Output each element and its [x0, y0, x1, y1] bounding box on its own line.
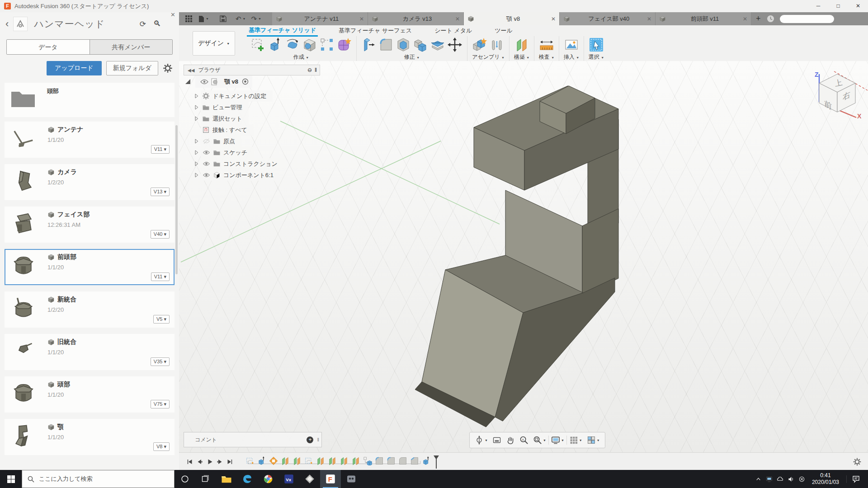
file-menu-icon[interactable]: ▼: [198, 15, 209, 23]
fillet-icon[interactable]: [377, 37, 395, 53]
version-badge[interactable]: V75 ▾: [151, 400, 170, 408]
pattern-icon[interactable]: [318, 37, 335, 53]
refresh-icon[interactable]: ⟳: [140, 19, 146, 29]
browser-row[interactable]: スケッチ: [184, 147, 320, 158]
select-icon[interactable]: [588, 37, 605, 53]
data-panel-tab-1[interactable]: 共有メンバー: [90, 40, 173, 54]
new-folder-button[interactable]: 新規フォルダ: [106, 61, 158, 75]
timeline-plane-icon[interactable]: [350, 455, 362, 466]
browser-root-row[interactable]: 顎 v8: [184, 75, 320, 88]
construction-plane-icon[interactable]: [513, 37, 530, 53]
orbit-tool-icon[interactable]: ▼: [472, 432, 490, 448]
insert-canvas-icon[interactable]: [563, 37, 580, 53]
move-icon[interactable]: [446, 37, 463, 53]
browser-row[interactable]: コンポーネント6:1: [184, 169, 320, 181]
timeline-decal-icon[interactable]: [268, 455, 279, 466]
timeline-sketch-icon[interactable]: [244, 455, 256, 466]
expand-arrow-icon[interactable]: [192, 116, 201, 122]
panel-close-icon[interactable]: ✕: [170, 11, 175, 18]
create-sketch-icon[interactable]: [250, 37, 267, 53]
eye-icon[interactable]: [199, 79, 210, 84]
profile-pill[interactable]: [780, 15, 834, 23]
combine-icon[interactable]: [412, 37, 429, 53]
browser-row[interactable]: ドキュメントの設定: [184, 90, 320, 102]
taskbar-app-fusion[interactable]: F: [320, 470, 341, 488]
expand-arrow-icon[interactable]: [192, 172, 201, 178]
comment-bar[interactable]: コメント + ‖: [184, 432, 322, 447]
search-icon[interactable]: 🔍︎: [153, 19, 161, 28]
browser-row[interactable]: 選択セット: [184, 113, 320, 124]
timeline-extrude-icon[interactable]: [420, 455, 432, 466]
form-icon[interactable]: [335, 37, 353, 53]
ribbon-tab-3[interactable]: ツール: [493, 26, 514, 36]
panel-settings-gear-icon[interactable]: [163, 63, 173, 73]
version-badge[interactable]: V40 ▾: [151, 230, 170, 239]
design-item-card[interactable]: 顎1/1/20V8 ▾: [5, 419, 175, 455]
folder-card[interactable]: 頭部: [5, 83, 175, 117]
save-icon[interactable]: [220, 15, 226, 22]
lookat-tool-icon[interactable]: [490, 432, 504, 448]
play-icon[interactable]: [206, 458, 213, 465]
workspace-selector[interactable]: デザイン▼: [193, 31, 235, 56]
extrude-icon[interactable]: [267, 37, 284, 53]
job-status-gear-icon[interactable]: [853, 457, 862, 466]
ribbon-group-label[interactable]: 挿入 ▼: [564, 53, 579, 61]
design-item-card[interactable]: 頭部1/1/20V75 ▾: [5, 376, 175, 413]
design-item-card[interactable]: カメラ1/2/20V13 ▾: [5, 164, 175, 200]
tab-close-icon[interactable]: ✕: [647, 16, 651, 22]
taskbar-app-explorer[interactable]: [216, 470, 237, 488]
upload-button[interactable]: アップロード: [47, 61, 102, 75]
panel-scrollbar[interactable]: [175, 125, 178, 274]
step-forward-icon[interactable]: [216, 458, 223, 465]
timeline-fillet-icon[interactable]: [373, 455, 385, 466]
ribbon-tab-1[interactable]: 基準フィーチャ サーフェス: [337, 26, 414, 36]
ribbon-group-label[interactable]: 検査 ▼: [539, 53, 554, 61]
version-badge[interactable]: V11 ▾: [151, 272, 170, 281]
expand-triangle-icon[interactable]: [184, 78, 192, 85]
gridset-tool-icon[interactable]: ▼: [567, 432, 585, 448]
tray-volume-icon[interactable]: [786, 476, 797, 483]
fusion-logo-icon[interactable]: [13, 17, 28, 31]
browser-minimize-icon[interactable]: ⊖: [307, 67, 312, 73]
ribbon-group-label[interactable]: アセンブリ ▼: [472, 53, 505, 61]
document-tab[interactable]: アンテナ v11✕: [272, 12, 368, 25]
taskbar-search-input[interactable]: ここに入力して検索: [22, 470, 175, 488]
timeline-fillet-icon[interactable]: [385, 455, 397, 466]
history-clock-icon[interactable]: [767, 15, 774, 23]
redo-icon[interactable]: ↷▼: [251, 15, 261, 23]
fit-tool-icon[interactable]: ▼: [531, 432, 548, 448]
eye-icon[interactable]: [201, 160, 212, 168]
expand-arrow-icon[interactable]: [192, 161, 201, 167]
version-badge[interactable]: V35 ▾: [151, 357, 170, 366]
timeline-plane-icon[interactable]: [326, 455, 338, 466]
tray-display-icon[interactable]: [764, 476, 775, 483]
browser-resize-handle[interactable]: ‖: [315, 67, 317, 73]
expand-arrow-icon[interactable]: [192, 138, 201, 144]
timeline-fillet-gray-icon[interactable]: [397, 455, 409, 466]
tab-close-icon[interactable]: ✕: [455, 16, 460, 22]
eye-icon[interactable]: [201, 137, 212, 145]
close-button[interactable]: ✕: [848, 0, 868, 12]
pan-tool-icon[interactable]: [504, 432, 517, 448]
undo-icon[interactable]: ↶▼: [236, 15, 246, 23]
ribbon-group-label[interactable]: 修正 ▼: [404, 53, 420, 61]
new-component-icon[interactable]: [471, 37, 488, 53]
app-grid-icon[interactable]: [185, 15, 192, 22]
view-cube[interactable]: 上 前 右 Z X: [809, 63, 866, 120]
design-item-card[interactable]: フェイス部12:26:31 AMV40 ▾: [5, 206, 175, 243]
taskbar-app-edge[interactable]: [237, 470, 258, 488]
version-badge[interactable]: V5 ▾: [153, 315, 170, 324]
timeline-plane-icon[interactable]: [291, 455, 303, 466]
ribbon-group-label[interactable]: 選択 ▼: [589, 53, 604, 61]
new-tab-button[interactable]: +: [756, 14, 761, 23]
design-item-card[interactable]: 新統合1/2/20V5 ▾: [5, 291, 175, 328]
add-comment-icon[interactable]: +: [307, 436, 313, 443]
document-tab[interactable]: フェイス部 v40✕: [560, 12, 656, 25]
document-tab[interactable]: 顎 v8✕: [464, 12, 560, 25]
taskbar-app-app-other[interactable]: [341, 470, 362, 488]
step-back-icon[interactable]: [196, 458, 203, 465]
start-button[interactable]: [0, 470, 22, 488]
timeline-copy-body-icon[interactable]: [362, 455, 373, 466]
ribbon-group-label[interactable]: 構築 ▼: [514, 53, 529, 61]
timeline-marker[interactable]: [433, 455, 439, 469]
